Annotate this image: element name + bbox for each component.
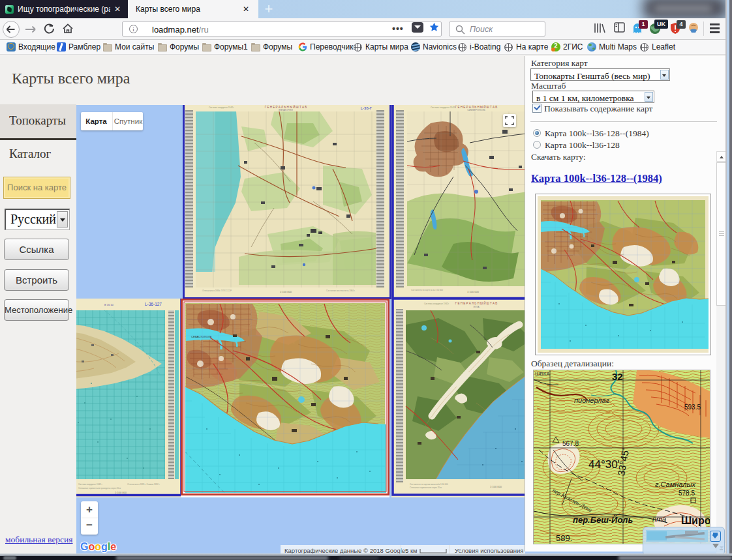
svg-text:г.Самналых: г.Самналых [655,480,696,488]
svg-text:567.8: 567.8 [562,440,579,447]
svg-text:Г Е Н Е Р А Л Ь Н Ы Й Ш Т А: Г Е Н Е Р А Л Ь Н Ы Й Ш Т А Б [455,105,497,109]
svg-text:44°30': 44°30' [588,458,620,471]
svg-text:Г Е Н Е Р А Л Ь Н Ы Й Ш Т А: Г Е Н Е Р А Л Ь Н Ы Й Ш Т А Б [265,105,307,109]
svg-text:ЯЛТА: ЯЛТА [473,306,480,308]
svg-text:Сплошные горизонтали через 20: Сплошные горизонтали через 20 м [410,486,442,489]
svg-text:1:100 000: 1:100 000 [467,290,480,293]
svg-text:589.: 589. [556,533,572,543]
svg-text:Система координат 1942г: Система координат 1942г [424,302,450,305]
svg-text:Google: Google [80,541,116,552]
svg-text:Отпечатано в 1986г. ГУГК СССР: Отпечатано в 1986г. ГУГК СССР [202,289,232,292]
svg-text:В 16 10: В 16 10 [104,303,114,306]
svg-text:L-36-Г: L-36-Г [361,106,373,110]
svg-text:Составлено по карте м-ба 1:50: Составлено по карте м-ба 1:50 000 [411,289,443,291]
svg-text:Состояние местности на 1984 г.: Состояние местности на 1984 г. [326,289,356,292]
svg-text:L-36-127: L-36-127 [145,302,162,306]
svg-text:Система координат 1942 г.: Система координат 1942 г. [78,483,102,486]
svg-text:пер.Беш-Йоль: пер.Беш-Йоль [573,514,633,525]
svg-text:ЕВПАТОРИЯ: ЕВПАТОРИЯ [279,109,293,111]
svg-text:Широк: Широк [681,515,710,526]
svg-text:СИМФЕРОПОЛЬ: СИМФЕРОПОЛЬ [467,109,485,111]
svg-text:пионерлаг: пионерлаг [574,396,610,404]
svg-text:Сплошные горизонтали проведены: Сплошные горизонтали проведены через 20 … [78,487,121,490]
svg-text:1:100 000: 1:100 000 [280,290,292,293]
svg-text:32: 32 [612,371,623,382]
svg-text:Г Е Н Е Р А Л Ь Н Ы Й Ш Т А: Г Е Н Е Р А Л Ь Н Ы Й Ш Т А Б [455,301,497,305]
svg-text:1:100 000: 1:100 000 [490,485,502,488]
svg-text:593.5: 593.5 [684,404,701,411]
svg-text:ШВКА: ШВКА [535,371,550,377]
svg-text:СЕВАСТОПОЛЬ: СЕВАСТОПОЛЬ [191,335,212,338]
svg-text:578.5: 578.5 [679,490,695,497]
svg-text:Система координат 1942г: Система координат 1942г [209,106,234,109]
svg-text:пта: пта [652,515,666,523]
svg-text:Отпечатано в 1985 г. Снимки 19: Отпечатано в 1985 г. Снимки 1982 г. [127,483,160,486]
svg-text:Система координат 1942г: Система координат 1942г [431,106,456,109]
svg-text:1:100 000: 1:100 000 [115,491,127,494]
svg-text:Составлено по картам масштаба: Составлено по картам масштаба 1:50 000 [410,483,448,486]
